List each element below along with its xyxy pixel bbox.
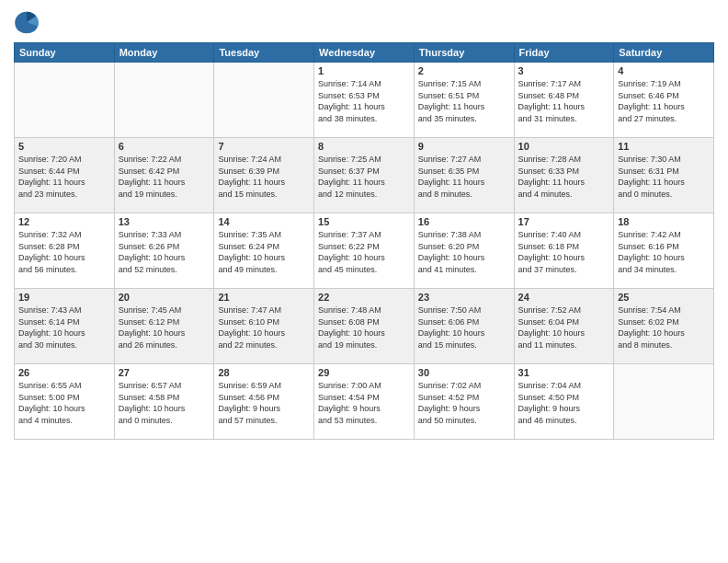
day-number: 14: [218, 216, 310, 227]
weekday-header-tuesday: Tuesday: [214, 43, 314, 63]
day-number: 2: [418, 65, 510, 76]
day-number: 28: [218, 367, 310, 378]
weekday-header-monday: Monday: [114, 43, 214, 63]
day-number: 8: [318, 141, 410, 152]
logo: [14, 9, 43, 35]
calendar-day-cell: 17Sunrise: 7:40 AM Sunset: 6:18 PM Dayli…: [514, 213, 614, 289]
calendar-day-cell: [214, 63, 314, 138]
day-number: 22: [318, 292, 410, 303]
calendar-week-row: 12Sunrise: 7:32 AM Sunset: 6:28 PM Dayli…: [15, 213, 714, 289]
day-detail: Sunrise: 7:27 AM Sunset: 6:35 PM Dayligh…: [418, 154, 510, 200]
day-detail: Sunrise: 7:33 AM Sunset: 6:26 PM Dayligh…: [119, 229, 210, 275]
calendar-day-cell: 12Sunrise: 7:32 AM Sunset: 6:28 PM Dayli…: [15, 213, 115, 289]
day-number: 23: [418, 292, 510, 303]
calendar-day-cell: 3Sunrise: 7:17 AM Sunset: 6:48 PM Daylig…: [514, 63, 614, 138]
day-number: 10: [518, 141, 610, 152]
calendar-day-cell: 20Sunrise: 7:45 AM Sunset: 6:12 PM Dayli…: [114, 289, 214, 364]
calendar-table: SundayMondayTuesdayWednesdayThursdayFrid…: [14, 42, 714, 440]
day-number: 17: [518, 216, 610, 227]
calendar-day-cell: 14Sunrise: 7:35 AM Sunset: 6:24 PM Dayli…: [214, 213, 314, 289]
calendar-day-cell: 23Sunrise: 7:50 AM Sunset: 6:06 PM Dayli…: [414, 289, 514, 364]
day-number: 3: [518, 65, 610, 76]
calendar-day-cell: 21Sunrise: 7:47 AM Sunset: 6:10 PM Dayli…: [214, 289, 314, 364]
calendar-day-cell: 5Sunrise: 7:20 AM Sunset: 6:44 PM Daylig…: [15, 138, 115, 213]
day-number: 30: [418, 367, 510, 378]
calendar-day-cell: 11Sunrise: 7:30 AM Sunset: 6:31 PM Dayli…: [614, 138, 714, 213]
day-detail: Sunrise: 7:14 AM Sunset: 6:53 PM Dayligh…: [318, 78, 410, 124]
day-detail: Sunrise: 7:24 AM Sunset: 6:39 PM Dayligh…: [218, 154, 310, 200]
day-number: 25: [618, 292, 710, 303]
day-detail: Sunrise: 7:47 AM Sunset: 6:10 PM Dayligh…: [218, 304, 310, 350]
day-detail: Sunrise: 6:59 AM Sunset: 4:56 PM Dayligh…: [218, 380, 310, 426]
weekday-header-saturday: Saturday: [614, 43, 714, 63]
header: [14, 9, 714, 35]
day-detail: Sunrise: 7:20 AM Sunset: 6:44 PM Dayligh…: [18, 154, 110, 200]
calendar-day-cell: 16Sunrise: 7:38 AM Sunset: 6:20 PM Dayli…: [414, 213, 514, 289]
calendar-day-cell: 8Sunrise: 7:25 AM Sunset: 6:37 PM Daylig…: [314, 138, 415, 213]
calendar-day-cell: 9Sunrise: 7:27 AM Sunset: 6:35 PM Daylig…: [414, 138, 514, 213]
calendar-day-cell: 15Sunrise: 7:37 AM Sunset: 6:22 PM Dayli…: [314, 213, 415, 289]
calendar-day-cell: 29Sunrise: 7:00 AM Sunset: 4:54 PM Dayli…: [314, 364, 415, 440]
day-number: 29: [318, 367, 410, 378]
day-number: 9: [418, 141, 510, 152]
day-detail: Sunrise: 7:02 AM Sunset: 4:52 PM Dayligh…: [418, 380, 510, 426]
day-number: 21: [218, 292, 310, 303]
day-number: 26: [18, 367, 110, 378]
day-detail: Sunrise: 7:22 AM Sunset: 6:42 PM Dayligh…: [119, 154, 210, 200]
calendar-page: SundayMondayTuesdayWednesdayThursdayFrid…: [0, 0, 728, 563]
day-detail: Sunrise: 7:30 AM Sunset: 6:31 PM Dayligh…: [618, 154, 710, 200]
day-detail: Sunrise: 7:37 AM Sunset: 6:22 PM Dayligh…: [318, 229, 410, 275]
day-number: 20: [119, 292, 210, 303]
calendar-day-cell: [114, 63, 214, 138]
day-detail: Sunrise: 7:38 AM Sunset: 6:20 PM Dayligh…: [418, 229, 510, 275]
day-detail: Sunrise: 7:52 AM Sunset: 6:04 PM Dayligh…: [518, 304, 610, 350]
calendar-day-cell: 31Sunrise: 7:04 AM Sunset: 4:50 PM Dayli…: [514, 364, 614, 440]
day-number: 18: [618, 216, 710, 227]
calendar-day-cell: 24Sunrise: 7:52 AM Sunset: 6:04 PM Dayli…: [514, 289, 614, 364]
day-detail: Sunrise: 7:00 AM Sunset: 4:54 PM Dayligh…: [318, 380, 410, 426]
calendar-day-cell: 13Sunrise: 7:33 AM Sunset: 6:26 PM Dayli…: [114, 213, 214, 289]
calendar-day-cell: 1Sunrise: 7:14 AM Sunset: 6:53 PM Daylig…: [314, 63, 415, 138]
logo-icon: [14, 9, 40, 35]
day-detail: Sunrise: 7:25 AM Sunset: 6:37 PM Dayligh…: [318, 154, 410, 200]
day-detail: Sunrise: 7:04 AM Sunset: 4:50 PM Dayligh…: [518, 380, 610, 426]
day-detail: Sunrise: 7:28 AM Sunset: 6:33 PM Dayligh…: [518, 154, 610, 200]
day-number: 1: [318, 65, 410, 76]
weekday-header-thursday: Thursday: [414, 43, 514, 63]
day-number: 11: [618, 141, 710, 152]
day-number: 15: [318, 216, 410, 227]
day-number: 19: [18, 292, 110, 303]
calendar-week-row: 5Sunrise: 7:20 AM Sunset: 6:44 PM Daylig…: [15, 138, 714, 213]
day-detail: Sunrise: 7:40 AM Sunset: 6:18 PM Dayligh…: [518, 229, 610, 275]
calendar-day-cell: 2Sunrise: 7:15 AM Sunset: 6:51 PM Daylig…: [414, 63, 514, 138]
calendar-day-cell: 27Sunrise: 6:57 AM Sunset: 4:58 PM Dayli…: [114, 364, 214, 440]
weekday-header-row: SundayMondayTuesdayWednesdayThursdayFrid…: [15, 43, 714, 63]
day-detail: Sunrise: 7:19 AM Sunset: 6:46 PM Dayligh…: [618, 78, 710, 124]
calendar-day-cell: [614, 364, 714, 440]
weekday-header-friday: Friday: [514, 43, 614, 63]
calendar-week-row: 1Sunrise: 7:14 AM Sunset: 6:53 PM Daylig…: [15, 63, 714, 138]
day-number: 27: [119, 367, 210, 378]
day-detail: Sunrise: 7:15 AM Sunset: 6:51 PM Dayligh…: [418, 78, 510, 124]
day-detail: Sunrise: 7:45 AM Sunset: 6:12 PM Dayligh…: [119, 304, 210, 350]
weekday-header-sunday: Sunday: [15, 43, 115, 63]
day-detail: Sunrise: 7:43 AM Sunset: 6:14 PM Dayligh…: [18, 304, 110, 350]
calendar-day-cell: 10Sunrise: 7:28 AM Sunset: 6:33 PM Dayli…: [514, 138, 614, 213]
day-detail: Sunrise: 7:48 AM Sunset: 6:08 PM Dayligh…: [318, 304, 410, 350]
calendar-day-cell: 7Sunrise: 7:24 AM Sunset: 6:39 PM Daylig…: [214, 138, 314, 213]
day-detail: Sunrise: 6:55 AM Sunset: 5:00 PM Dayligh…: [18, 380, 110, 426]
day-detail: Sunrise: 7:42 AM Sunset: 6:16 PM Dayligh…: [618, 229, 710, 275]
calendar-day-cell: 6Sunrise: 7:22 AM Sunset: 6:42 PM Daylig…: [114, 138, 214, 213]
calendar-day-cell: 28Sunrise: 6:59 AM Sunset: 4:56 PM Dayli…: [214, 364, 314, 440]
day-number: 31: [518, 367, 610, 378]
day-number: 13: [119, 216, 210, 227]
day-number: 12: [18, 216, 110, 227]
day-number: 16: [418, 216, 510, 227]
calendar-week-row: 19Sunrise: 7:43 AM Sunset: 6:14 PM Dayli…: [15, 289, 714, 364]
day-number: 7: [218, 141, 310, 152]
day-detail: Sunrise: 7:17 AM Sunset: 6:48 PM Dayligh…: [518, 78, 610, 124]
day-detail: Sunrise: 6:57 AM Sunset: 4:58 PM Dayligh…: [119, 380, 210, 426]
day-detail: Sunrise: 7:35 AM Sunset: 6:24 PM Dayligh…: [218, 229, 310, 275]
calendar-day-cell: [15, 63, 115, 138]
day-detail: Sunrise: 7:54 AM Sunset: 6:02 PM Dayligh…: [618, 304, 710, 350]
